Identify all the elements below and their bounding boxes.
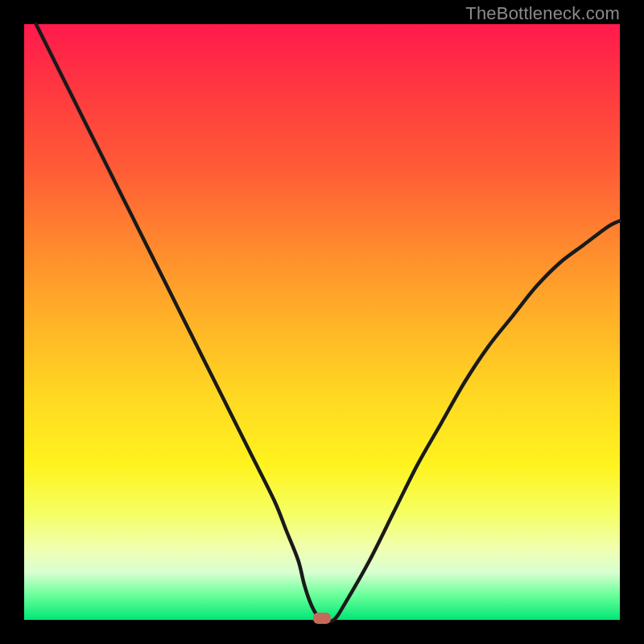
minimum-marker — [313, 613, 331, 624]
plot-area — [24, 24, 620, 620]
bottleneck-curve — [36, 24, 620, 621]
watermark-text: TheBottleneck.com — [465, 3, 620, 24]
chart-frame: TheBottleneck.com — [0, 0, 644, 644]
curve-layer — [24, 24, 620, 620]
